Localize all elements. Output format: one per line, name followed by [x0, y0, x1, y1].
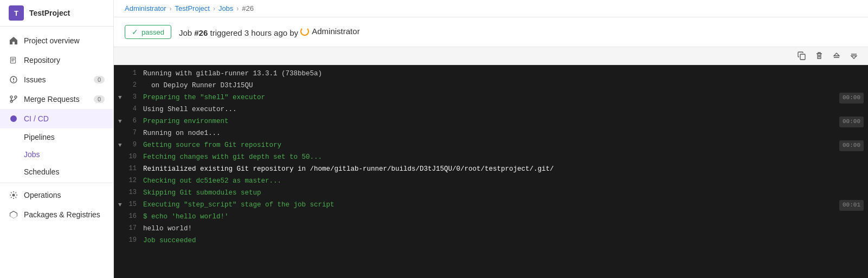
log-line: 16$ echo 'hello world!' — [114, 211, 868, 223]
log-toggle — [118, 128, 128, 129]
log-line: 19Job succeeded — [114, 235, 868, 247]
pkg-icon — [9, 210, 18, 219]
sidebar-label-operations: Operations — [24, 191, 105, 199]
status-label: passed — [142, 28, 164, 36]
log-text: Reinitialized existing Git repository in… — [143, 164, 864, 174]
log-toggle — [118, 176, 128, 177]
svg-point-4 — [15, 96, 17, 98]
log-toggle — [118, 68, 128, 69]
cicd-icon — [9, 114, 18, 124]
log-line: ▼3Preparing the "shell" executor00:00 — [114, 92, 868, 104]
copy-log-button[interactable] — [794, 49, 809, 62]
log-line: ▼6Preparing environment00:00 — [114, 116, 868, 128]
log-linenum: 11 — [128, 164, 143, 174]
sidebar-sub-item-jobs[interactable]: Jobs — [0, 146, 113, 163]
log-linenum: 7 — [128, 128, 143, 138]
sidebar-item-merge-requests[interactable]: Merge Requests 0 — [0, 89, 113, 109]
log-line: 7Running on node1... — [114, 128, 868, 140]
log-line: 4Using Shell executor... — [114, 104, 868, 116]
sidebar-label-repository: Repository — [24, 56, 105, 64]
log-toggle — [118, 152, 128, 153]
scroll-top-button[interactable] — [829, 49, 844, 62]
breadcrumb-jobs[interactable]: Jobs — [218, 4, 233, 12]
sidebar: T TestProject Project overview Repositor… — [0, 0, 114, 278]
log-text: Using Shell executor... — [143, 104, 864, 115]
sidebar-sub-item-pipelines[interactable]: Pipelines — [0, 128, 113, 146]
issues-icon — [9, 75, 18, 85]
log-line: 2 on Deploy Runner D3tJ15QU — [114, 80, 868, 92]
sidebar-label-packages-registries: Packages & Registries — [24, 210, 105, 219]
job-user: Administrator — [312, 27, 359, 36]
log-linenum: 4 — [128, 104, 143, 114]
user-spinner-icon — [300, 27, 309, 36]
svg-rect-2 — [13, 81, 14, 82]
sidebar-sub-item-schedules[interactable]: Schedules — [0, 163, 113, 180]
svg-rect-7 — [800, 54, 805, 60]
log-linenum: 17 — [128, 223, 143, 234]
sidebar-item-packages-registries[interactable]: Packages & Registries — [0, 205, 113, 224]
log-linenum: 16 — [128, 211, 143, 222]
log-toggle[interactable]: ▼ — [118, 116, 128, 127]
log-timestamp: 00:00 — [839, 93, 864, 104]
log-text: Preparing environment — [143, 116, 835, 127]
log-toggle — [118, 80, 128, 81]
breadcrumb-administrator[interactable]: Administrator — [125, 4, 166, 12]
job-number: #26 — [194, 28, 208, 37]
log-toggle — [118, 235, 128, 236]
sidebar-nav: Project overview Repository Issues 0 — [0, 27, 113, 229]
breadcrumb-testproject[interactable]: TestProject — [175, 4, 210, 12]
sidebar-label-merge-requests: Merge Requests — [24, 95, 88, 104]
log-text: Preparing the "shell" executor — [143, 92, 835, 103]
issues-badge: 0 — [94, 76, 105, 83]
log-text: Job succeeded — [143, 235, 864, 246]
log-linenum: 6 — [128, 116, 143, 126]
log-linenum: 2 — [128, 80, 143, 90]
log-line: 13Skipping Git submodules setup — [114, 188, 868, 199]
status-badge: ✓ passed — [125, 25, 171, 39]
log-timestamp: 00:00 — [839, 117, 864, 127]
breadcrumb-job-number: #26 — [242, 4, 254, 12]
project-name: TestProject — [29, 9, 70, 17]
log-text: Running on node1... — [143, 128, 864, 139]
log-toggle — [118, 188, 128, 189]
log-text: Fetching changes with git depth set to 5… — [143, 152, 864, 163]
log-toggle[interactable]: ▼ — [118, 140, 128, 151]
delete-log-button[interactable] — [812, 49, 827, 62]
sidebar-divider — [0, 183, 113, 183]
sidebar-item-project-overview[interactable]: Project overview — [0, 31, 113, 50]
log-linenum: 9 — [128, 140, 143, 150]
log-line: 11Reinitialized existing Git repository … — [114, 164, 868, 176]
svg-rect-1 — [13, 78, 14, 80]
sidebar-item-ci-cd[interactable]: CI / CD — [0, 109, 113, 128]
log-toggle[interactable]: ▼ — [118, 92, 128, 103]
breadcrumb-sep-2: › — [213, 5, 215, 12]
log-text: on Deploy Runner D3tJ15QU — [143, 80, 864, 91]
log-linenum: 1 — [128, 68, 143, 79]
job-title: Job #26 triggered 3 hours ago by Adminis… — [179, 27, 360, 37]
ops-icon — [9, 190, 18, 200]
job-trigger-text: triggered 3 hours ago by — [210, 28, 300, 37]
main-content: Administrator › TestProject › Jobs › #26… — [114, 0, 868, 278]
log-toggle — [118, 164, 128, 165]
sidebar-item-operations[interactable]: Operations — [0, 185, 113, 205]
log-toolbar — [114, 47, 868, 65]
sidebar-label-ci-cd: CI / CD — [24, 114, 105, 123]
sidebar-item-repository[interactable]: Repository — [0, 50, 113, 70]
log-line: ▼9Getting source from Git repository00:0… — [114, 140, 868, 152]
log-toggle[interactable]: ▼ — [118, 199, 128, 210]
log-container[interactable]: 1Running with gitlab-runner 13.3.1 (738b… — [114, 65, 868, 278]
log-linenum: 12 — [128, 176, 143, 186]
home-icon — [9, 36, 18, 46]
job-trigger-user: Administrator — [300, 27, 359, 36]
project-avatar: T — [9, 5, 24, 21]
job-header: ✓ passed Job #26 triggered 3 hours ago b… — [114, 17, 868, 47]
scroll-bottom-button[interactable] — [846, 49, 861, 62]
log-text: Getting source from Git repository — [143, 140, 835, 151]
log-line: 17hello world! — [114, 223, 868, 235]
log-linenum: 13 — [128, 188, 143, 198]
sidebar-item-issues[interactable]: Issues 0 — [0, 70, 113, 89]
log-toggle — [118, 211, 128, 212]
log-text: Executing "step_script" stage of the job… — [143, 199, 835, 210]
breadcrumb-sep-1: › — [170, 5, 172, 12]
log-text: $ echo 'hello world!' — [143, 211, 864, 222]
